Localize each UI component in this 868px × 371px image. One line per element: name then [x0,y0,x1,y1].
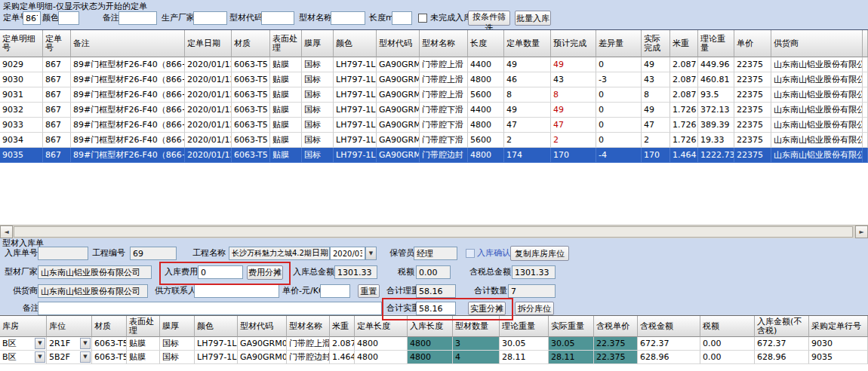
cell: 49 [504,57,551,72]
inbound-fee-input[interactable] [198,265,243,279]
table-row[interactable]: 902986789#门框型材F26-F40（866+867）2020/01/13… [0,57,868,72]
project-no-input[interactable] [130,247,177,260]
total-qty-input[interactable] [508,284,556,298]
column-header[interactable]: 定单明细号 [0,30,43,57]
combo-arrow-icon[interactable]: ▼ [80,338,91,349]
factory-input[interactable] [38,265,152,279]
receipt-no-input[interactable] [38,247,88,260]
column-header[interactable]: 材质 [92,316,127,337]
column-header[interactable]: 实际完成 [642,30,670,57]
column-header[interactable]: 税额 [700,316,755,337]
profile-name-input[interactable] [331,11,365,25]
profile-code-input[interactable] [261,11,294,25]
split-location-button[interactable]: 拆分库位 [515,302,554,315]
column-header[interactable]: 定单数量 [504,30,551,57]
table-row[interactable]: 903586789#门框型材F26-F40（866+867）2020/01/13… [0,148,868,163]
scroll-right-icon[interactable]: ► [855,225,868,238]
column-header[interactable]: 入库金额(不含税) [755,316,809,337]
column-header[interactable]: 型材名称 [287,316,330,337]
column-header[interactable]: 长度 [468,30,504,57]
column-header[interactable]: 定单号 [43,30,71,57]
column-header[interactable]: 采购定单行号 [809,316,868,337]
inbound-confirm-checkbox[interactable] [466,249,475,258]
batch-inbound-button[interactable]: 批量入库 [515,11,551,26]
unit-price-input[interactable] [320,284,350,298]
column-header[interactable]: 颜色 [195,316,238,337]
table-row[interactable]: 903086789#门框型材F26-F40（866+867）2020/01/13… [0,72,868,87]
column-header[interactable]: 理论重量 [698,30,734,57]
total-theory-weight-input[interactable] [416,284,456,298]
horizontal-scrollbar[interactable]: ◄ ► [0,225,868,238]
actual-weight-allocate-button[interactable]: 实重分摊 [468,302,506,315]
column-header[interactable]: 膜厚 [302,30,334,57]
cell: 贴膜 [270,72,302,87]
reset-button[interactable]: 重置 [358,284,380,298]
project-no-label: 工程编号 [92,247,125,260]
column-header[interactable]: 实际重量 [549,316,594,337]
filter-by-condition-button[interactable]: 按条件筛选 [468,11,510,26]
table-row[interactable]: B区▼2R1F▼6063-T5贴膜国标LH797-1LL0GA90GRM03门带… [0,337,868,351]
length-input[interactable] [392,11,412,25]
manufacturer-input[interactable] [193,11,227,25]
column-header[interactable]: 米重 [330,316,355,337]
tax-input[interactable] [416,265,451,279]
cell: LH797-1LL0 [334,133,377,148]
copy-warehouse-button[interactable]: 复制库房库位 [510,246,569,261]
table-row[interactable]: 903286789#门框型材F26-F40（866+867）2020/01/13… [0,103,868,118]
column-header[interactable]: 型材名称 [420,30,468,57]
column-header[interactable]: 定单长度 [355,316,408,337]
combo-arrow-icon[interactable]: ▼ [80,351,91,363]
unfinished-inbound-checkbox[interactable] [418,14,427,23]
cell: 22375 [734,103,771,118]
total-with-tax-input[interactable] [512,265,556,279]
column-header[interactable]: 单价 [734,30,771,57]
column-header[interactable]: 理论重量 [500,316,549,337]
cell: 93.5 [698,87,734,103]
column-header[interactable] [863,30,868,57]
inbound-total-input[interactable] [334,265,377,279]
combo-arrow-icon[interactable]: ▼ [35,351,45,363]
supplier-input[interactable] [38,284,148,298]
date-dropdown-icon[interactable]: ▼ [365,247,377,260]
remark-filter-input[interactable] [119,11,157,25]
column-header[interactable]: 型材数量 [453,316,500,337]
column-header[interactable]: 颜色 [334,30,377,57]
column-header[interactable]: 库房 [0,316,47,337]
column-header[interactable]: 表面处理 [270,30,302,57]
cell: 贴膜 [270,103,302,118]
color-input[interactable] [58,11,79,25]
cell: 门带腔上滑 [420,57,468,72]
column-header[interactable]: 膜厚 [160,316,195,337]
remark-input[interactable] [38,302,382,315]
table-row[interactable]: 903186789#门框型材F26-F40（866+867）2020/01/13… [0,87,868,103]
date-input[interactable] [330,247,365,260]
scrollbar-thumb[interactable] [14,226,853,238]
column-header[interactable]: 差异量 [596,30,642,57]
cell: 门带腔边封 [420,148,468,163]
table-row[interactable]: B区▼5B2F▼6063-T5贴膜国标LH797-1LL0GA90GRM05门带… [0,351,868,364]
column-header[interactable]: 供货商 [771,30,863,57]
column-header[interactable]: 米重 [670,30,698,57]
column-header[interactable]: 含税金额 [638,316,700,337]
column-header[interactable]: 材质 [232,30,270,57]
column-header[interactable]: 型材代码 [238,316,287,337]
column-header[interactable]: 预计完成 [551,30,596,57]
supplier-contact-input[interactable] [194,284,279,298]
table-row[interactable]: 903386789#门框型材F26-F40（866+867）2020/01/13… [0,118,868,133]
cell: 867 [43,87,71,103]
cell: 89#门框型材F26-F40（866+867） [71,72,185,87]
column-header[interactable]: 备注 [71,30,185,57]
table-row[interactable]: 903486789#门框型材F26-F40（866+867）2020/01/13… [0,133,868,148]
combo-arrow-icon[interactable]: ▼ [35,338,45,349]
unfinished-inbound-label: 未完成入库 [430,11,472,25]
column-header[interactable]: 入库长度 [408,316,453,337]
column-header[interactable]: 库位 [47,316,92,337]
total-actual-weight-input[interactable] [416,302,456,315]
column-header[interactable]: 含税单价 [594,316,638,337]
column-header[interactable]: 定单日期 [185,30,232,57]
fee-allocate-button[interactable]: 费用分摊 [247,265,283,280]
keeper-input[interactable] [414,247,457,260]
order-no-input[interactable] [23,11,41,25]
column-header[interactable]: 表面处理 [127,316,160,337]
column-header[interactable]: 型材代码 [377,30,420,57]
